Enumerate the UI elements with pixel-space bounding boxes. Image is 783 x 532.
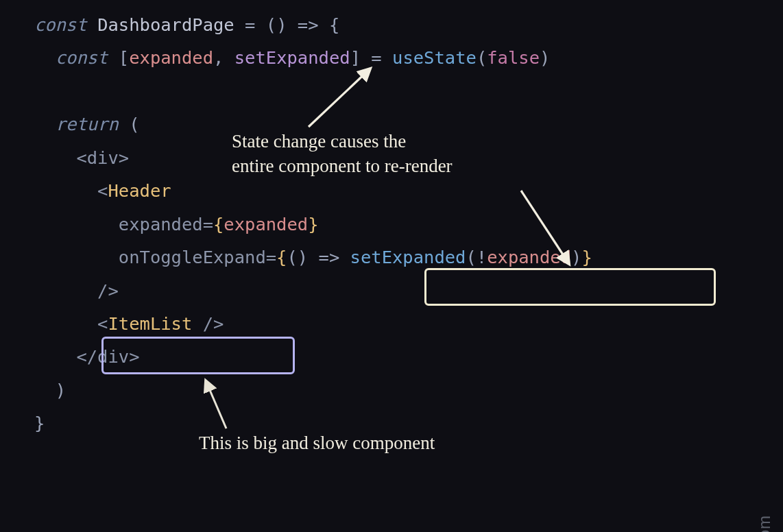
fn-usestate: useState bbox=[392, 47, 477, 68]
identifier-component: DashboardPage bbox=[97, 14, 234, 35]
keyword-const: const bbox=[34, 47, 119, 68]
var-expanded: expanded bbox=[129, 47, 213, 68]
paren-close: ) bbox=[571, 247, 581, 267]
comma: , bbox=[213, 47, 234, 68]
jsx-brace-close: } bbox=[308, 214, 318, 234]
paren-open: ( bbox=[466, 247, 476, 267]
annotation-state-change: State change causes theentire component … bbox=[232, 129, 698, 179]
tag-self-close: /> bbox=[34, 280, 119, 301]
jsx-brace-close: } bbox=[581, 247, 592, 267]
bracket-open: [ bbox=[119, 47, 129, 68]
var-expanded: expanded bbox=[224, 214, 308, 234]
equals: = bbox=[361, 47, 392, 68]
watermark: almynotes.com bbox=[749, 516, 780, 532]
keyword-const: const bbox=[34, 14, 97, 35]
jsx-brace-open: { bbox=[213, 214, 224, 234]
attr-ontoggle: onToggleExpand= bbox=[34, 247, 276, 267]
code-block: const DashboardPage = () => { const [exp… bbox=[34, 8, 592, 440]
tag-div-open: <div> bbox=[34, 147, 129, 168]
paren-close: ) bbox=[34, 380, 66, 400]
fn-set-expanded: setExpanded bbox=[350, 247, 466, 267]
bracket-close: ] bbox=[350, 47, 361, 68]
jsx-brace-open: { bbox=[276, 247, 287, 267]
paren-open: ( bbox=[129, 114, 139, 134]
angle-open: < bbox=[34, 180, 108, 201]
paren-open: ( bbox=[477, 47, 487, 68]
brace-close: } bbox=[34, 413, 45, 433]
var-expanded: expanded bbox=[487, 247, 571, 267]
op-not: ! bbox=[477, 247, 487, 267]
attr-expanded: expanded= bbox=[34, 214, 213, 234]
keyword-return: return bbox=[34, 114, 129, 134]
angle-open: < bbox=[34, 313, 108, 334]
literal-false: false bbox=[487, 47, 540, 68]
component-itemlist: ItemList bbox=[108, 313, 192, 334]
paren-close: ) bbox=[540, 47, 550, 68]
annotation-slow-component: This is big and slow component bbox=[199, 431, 638, 455]
arrow-fn: () => bbox=[287, 247, 350, 267]
tag-self-close: /> bbox=[192, 313, 224, 334]
component-header: Header bbox=[108, 180, 171, 201]
arrow-fn-decl: = () => { bbox=[234, 14, 340, 35]
var-set-expanded: setExpanded bbox=[234, 47, 350, 68]
tag-div-close: </div> bbox=[34, 346, 140, 367]
